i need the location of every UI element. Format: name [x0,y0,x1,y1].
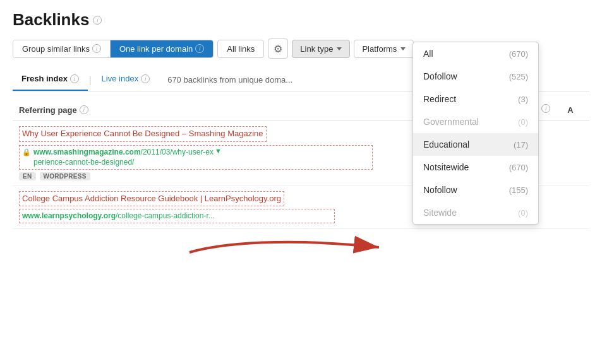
tab-separator: | [88,75,93,85]
dropdown-item-educational[interactable]: Educational (17) [413,133,538,156]
group-similar-info-icon[interactable]: i [92,44,101,53]
dropdown-item-notsitewide[interactable]: Notsitewide (670) [413,156,538,179]
settings-button[interactable]: ⚙ [268,38,288,59]
url-arrow-icon: ▼ [215,147,222,155]
row-url-link[interactable]: www.smashingmagazine.com/2011/03/why-use… [33,147,214,168]
tab-fresh-index[interactable]: Fresh index i [13,69,88,91]
referring-page-info-icon[interactable]: i [80,105,88,114]
live-index-info-icon[interactable]: i [141,74,150,83]
tag-wordpress: WORDPRESS [40,172,90,180]
backlinks-summary: 670 backlinks from unique doma... [159,70,301,90]
link-grouping-buttons: Group similar links i One link per domai… [13,40,214,58]
all-links-button[interactable]: All links [217,40,264,58]
dropdown-item-nofollow[interactable]: Nofollow (155) [413,179,538,201]
link-type-dropdown-button[interactable]: Link type [292,40,350,58]
dropdown-item-sitewide[interactable]: Sitewide (0) [413,201,538,224]
arrow-annotation [183,233,398,265]
link-type-caret-icon [337,47,342,50]
title-info-icon[interactable]: i [93,16,102,25]
platforms-caret-icon [400,47,406,50]
row-anchor [558,191,583,194]
col-anchor: A [558,105,583,115]
dropdown-item-dofollow[interactable]: Dofollow (525) [413,65,538,88]
one-per-domain-button[interactable]: One link per domain i [110,40,213,57]
row-title-link[interactable]: College Campus Addiction Resource Guideb… [22,193,281,204]
dropdown-item-redirect[interactable]: Redirect (3) [413,88,538,110]
group-similar-button[interactable]: Group similar links i [13,40,110,57]
row-title-link[interactable]: Why User Experience Cannot Be Designed –… [22,128,263,139]
row-anchor [558,126,583,129]
tab-live-index[interactable]: Live index i [93,69,159,91]
dropdown-item-all[interactable]: All (670) [413,42,538,65]
link-type-dropdown-menu: All (670) Dofollow (525) Redirect (3) Go… [412,42,539,225]
tag-en: EN [19,172,36,180]
fresh-index-info-icon[interactable]: i [70,74,79,83]
platforms-dropdown-button[interactable]: Platforms [354,40,414,58]
dropdown-item-governmental[interactable]: Governmental (0) [413,110,538,133]
dr-info-icon[interactable]: i [541,104,550,113]
one-per-domain-info-icon[interactable]: i [195,44,204,53]
lock-icon: 🔒 [22,148,31,156]
row-url-link[interactable]: www.learnpsychology.org/college-campus-a… [22,211,215,221]
gear-icon: ⚙ [274,43,282,55]
page-title: Backlinks i [13,10,589,30]
page-title-text: Backlinks [13,10,89,30]
